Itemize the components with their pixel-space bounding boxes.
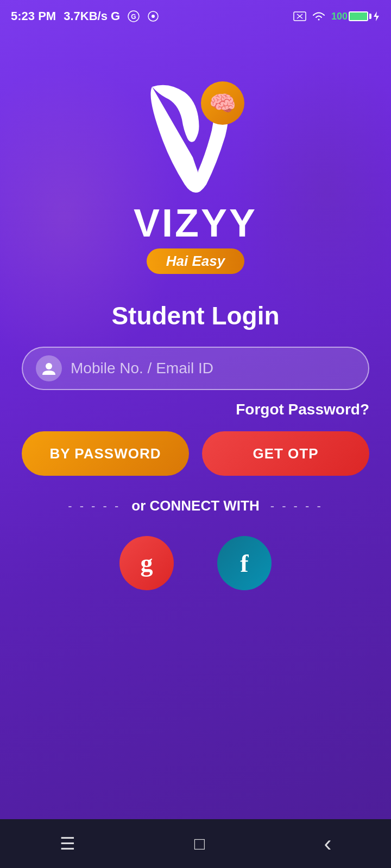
charging-icon bbox=[373, 11, 380, 22]
home-nav-button[interactable]: □ bbox=[194, 834, 205, 854]
mobile-email-input-container[interactable] bbox=[22, 347, 369, 390]
main-content: 🧠 VIZYY Hai Easy Student Login Forgot Pa… bbox=[0, 33, 391, 590]
social-divider: - - - - - or CONNECT WITH - - - - - bbox=[22, 497, 369, 514]
svg-point-8 bbox=[46, 363, 52, 369]
brain-circle: 🧠 bbox=[201, 81, 244, 125]
divider-right: - - - - - bbox=[270, 499, 323, 513]
forgot-password-row: Forgot Password? bbox=[22, 401, 369, 418]
person-icon bbox=[41, 361, 56, 376]
forgot-password-link[interactable]: Forgot Password? bbox=[236, 401, 369, 418]
divider-left: - - - - - bbox=[68, 499, 121, 513]
page-title: Student Login bbox=[111, 301, 279, 330]
location-icon bbox=[147, 10, 159, 22]
social-buttons-row: g f bbox=[119, 536, 272, 590]
svg-text:G: G bbox=[131, 13, 136, 21]
facebook-login-button[interactable]: f bbox=[217, 536, 272, 590]
svg-text:f: f bbox=[240, 550, 249, 577]
google-icon: g bbox=[132, 548, 161, 578]
network-speed: 3.7KB/s G bbox=[64, 9, 120, 23]
by-password-button[interactable]: BY PASSWORD bbox=[22, 431, 189, 476]
bottom-navigation: ☰ □ ‹ bbox=[0, 819, 391, 868]
g-icon: G bbox=[128, 10, 140, 22]
google-login-button[interactable]: g bbox=[119, 536, 174, 590]
menu-nav-button[interactable]: ☰ bbox=[60, 833, 75, 854]
get-otp-button[interactable]: GET OTP bbox=[202, 431, 369, 476]
brand-name: VIZYY bbox=[134, 201, 257, 245]
auth-buttons-row: BY PASSWORD GET OTP bbox=[22, 431, 369, 476]
wifi-icon bbox=[312, 11, 326, 22]
back-nav-button[interactable]: ‹ bbox=[324, 831, 331, 857]
mobile-email-field[interactable] bbox=[71, 360, 355, 377]
time-display: 5:23 PM bbox=[11, 9, 56, 23]
brain-icon: 🧠 bbox=[209, 91, 236, 116]
logo-container: 🧠 bbox=[130, 65, 261, 206]
user-icon bbox=[36, 355, 62, 381]
svg-point-3 bbox=[152, 15, 155, 18]
facebook-icon: f bbox=[230, 548, 259, 578]
sim-icon bbox=[293, 11, 306, 21]
svg-text:g: g bbox=[141, 549, 153, 577]
svg-marker-7 bbox=[374, 11, 379, 21]
tagline-badge: Hai Easy bbox=[147, 248, 244, 274]
battery-indicator: 100 bbox=[331, 11, 380, 22]
status-bar: 5:23 PM 3.7KB/s G G 100 bbox=[0, 0, 391, 33]
connect-with-label: or CONNECT WITH bbox=[131, 497, 259, 514]
